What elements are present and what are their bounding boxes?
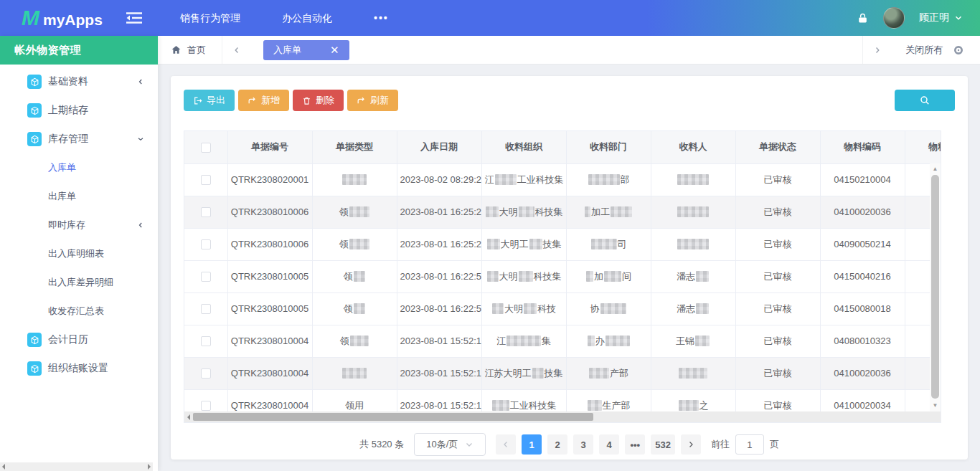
export-button[interactable]: 导出 [184, 90, 235, 111]
page-button-1[interactable]: 1 [522, 434, 542, 455]
page-button-532[interactable]: 532 [651, 434, 675, 455]
row-checkbox[interactable] [201, 207, 211, 217]
censored-text [486, 206, 499, 217]
table-cell: 04150040216 [820, 260, 905, 292]
page-button-3[interactable]: 3 [573, 434, 593, 455]
data-table-wrap: 单据编号单据类型入库日期收料组织收料部门收料人单据状态物料编码物料名称 QTRK… [184, 130, 941, 423]
next-page-button[interactable] [681, 434, 701, 455]
row-checkbox[interactable] [201, 336, 211, 346]
table-cell: 2023-08-01 16:22:5 [397, 292, 481, 325]
page-button-4[interactable]: 4 [599, 434, 619, 455]
page-button-2[interactable]: 2 [547, 434, 567, 455]
tab-home[interactable]: 首页 [158, 36, 222, 64]
export-icon [193, 96, 202, 105]
tab-scroll-right[interactable] [862, 36, 891, 64]
sidebar-item-10[interactable]: 组织结账设置 [0, 354, 158, 383]
select-all-checkbox[interactable] [201, 143, 211, 153]
row-checkbox[interactable] [201, 401, 211, 411]
table-cell: 2023-08-01 16:22:5 [397, 260, 481, 292]
content-card: 导出 新增 删除 刷新 [171, 76, 968, 460]
scroll-right-icon[interactable] [148, 464, 151, 470]
add-button[interactable]: 新增 [238, 90, 289, 111]
table-cell [651, 163, 735, 196]
sidebar-menu: 基础资料上期结存库存管理入库单出库单即时库存出入库明细表出入库差异明细收发存汇总… [0, 65, 158, 383]
sidebar-item-5[interactable]: 即时库存 [0, 211, 158, 239]
sidebar-item-1[interactable]: 上期结存 [0, 96, 158, 125]
table-horizontal-scrollbar[interactable] [184, 411, 941, 422]
share-arrow-icon [248, 96, 257, 105]
censored-text [611, 206, 632, 217]
tab-settings-gear-icon[interactable] [953, 44, 980, 56]
lock-icon[interactable] [857, 12, 869, 24]
tab-scroll-left[interactable] [222, 36, 250, 64]
search-button[interactable] [895, 90, 955, 111]
avatar[interactable] [883, 7, 905, 29]
table-cell: 04150210004 [820, 163, 905, 196]
more-pages-button[interactable]: ••• [625, 434, 645, 455]
table-cell: QTRK2308020001 [227, 163, 312, 196]
table-row[interactable]: QTRK2308010005领2023-08-01 16:22:5大明科技协潘志… [184, 292, 941, 325]
sidebar-item-3[interactable]: 入库单 [0, 153, 158, 182]
table-row[interactable]: QTRK2308010006领2023-08-01 16:25:2大明科技集加工… [184, 196, 941, 228]
app-root: M myApps 销售行为管理 办公自动化 ••• 顾正明 [0, 0, 980, 471]
table-cell: 加间 [566, 260, 651, 292]
horizontal-scroll-thumb[interactable] [193, 413, 593, 421]
sidebar-item-4[interactable]: 出库单 [0, 182, 158, 211]
sidebar-item-0[interactable]: 基础资料 [0, 67, 158, 96]
chevron-left-icon [232, 45, 242, 55]
table-row[interactable]: QTRK23080100042023-08-01 15:52:1江苏大明工技集产… [184, 357, 941, 389]
scroll-up-icon[interactable]: ▲ [930, 164, 941, 174]
sidebar-item-9[interactable]: 会计日历 [0, 325, 158, 354]
goto-page-input[interactable] [735, 434, 764, 455]
scroll-left-icon[interactable] [187, 414, 190, 420]
vertical-scroll-thumb[interactable] [931, 175, 939, 399]
scroll-left-icon[interactable] [2, 464, 5, 470]
table-vertical-scrollbar[interactable]: ▲ ▼ [930, 163, 941, 411]
table-cell: 大明科技 [481, 292, 566, 325]
sidebar-fold-icon[interactable] [126, 11, 143, 25]
censored-text [349, 239, 369, 249]
tab-active[interactable]: 入库单 ✕ [263, 40, 349, 60]
top-menu-more[interactable]: ••• [374, 0, 389, 36]
table-cell: QTRK2308010005 [227, 292, 312, 325]
sidebar-item-7[interactable]: 出入库差异明细 [0, 268, 158, 297]
sidebar-item-2[interactable]: 库存管理 [0, 125, 158, 153]
table-row[interactable]: QTRK2308010006领2023-08-01 16:25:2大明工技集司已… [184, 228, 941, 260]
censored-text [589, 368, 609, 379]
tab-close-icon[interactable]: ✕ [330, 44, 339, 55]
chevron-down-icon [465, 440, 473, 449]
user-menu[interactable]: 顾正明 [919, 11, 963, 24]
tab-bar-right: 关闭所有 [862, 36, 980, 64]
row-checkbox[interactable] [201, 368, 211, 379]
delete-button[interactable]: 删除 [293, 90, 344, 111]
row-checkbox[interactable] [201, 304, 211, 314]
scroll-down-icon[interactable]: ▼ [930, 401, 941, 411]
table-cell: 2023-08-01 16:25:2 [397, 196, 481, 228]
table-row[interactable]: QTRK23080200012023-08-02 08:29:2江工业科技集部已… [184, 163, 941, 196]
top-menu-sales[interactable]: 销售行为管理 [180, 0, 240, 36]
top-menu-office[interactable]: 办公自动化 [282, 0, 332, 36]
row-checkbox[interactable] [201, 175, 211, 185]
tab-bar: 首页 入库单 ✕ 关闭所有 [158, 36, 980, 65]
row-checkbox[interactable] [201, 272, 211, 282]
censored-text [492, 400, 509, 411]
censored-text [588, 336, 595, 346]
refresh-button[interactable]: 刷新 [347, 90, 398, 111]
table-row[interactable]: QTRK2308010004领2023-08-01 15:52:1江集办王锦已审… [184, 325, 941, 357]
close-all-tabs-button[interactable]: 关闭所有 [891, 44, 953, 57]
table-row[interactable]: QTRK2308010005领2023-08-01 16:22:5大明科技集加间… [184, 260, 941, 292]
prev-page-button[interactable] [496, 434, 516, 455]
sidebar-item-8[interactable]: 收发存汇总表 [0, 297, 158, 325]
table-cell: 部 [566, 163, 651, 196]
sidebar-item-6[interactable]: 出入库明细表 [0, 239, 158, 268]
row-checkbox[interactable] [201, 239, 211, 249]
table-cell: 江工业科技集 [481, 163, 566, 196]
sidebar-horizontal-scrollbar[interactable] [0, 462, 153, 471]
table-body: QTRK23080200012023-08-02 08:29:2江工业科技集部已… [184, 163, 941, 422]
page-size-select[interactable]: 10条/页 [414, 433, 486, 456]
column-header: 单据编号 [227, 131, 312, 163]
table-cell: 江苏大明工技集 [481, 357, 566, 389]
censored-text [350, 336, 369, 346]
table-cell: 王锦 [651, 325, 735, 357]
toolbar: 导出 新增 删除 刷新 [184, 90, 955, 111]
